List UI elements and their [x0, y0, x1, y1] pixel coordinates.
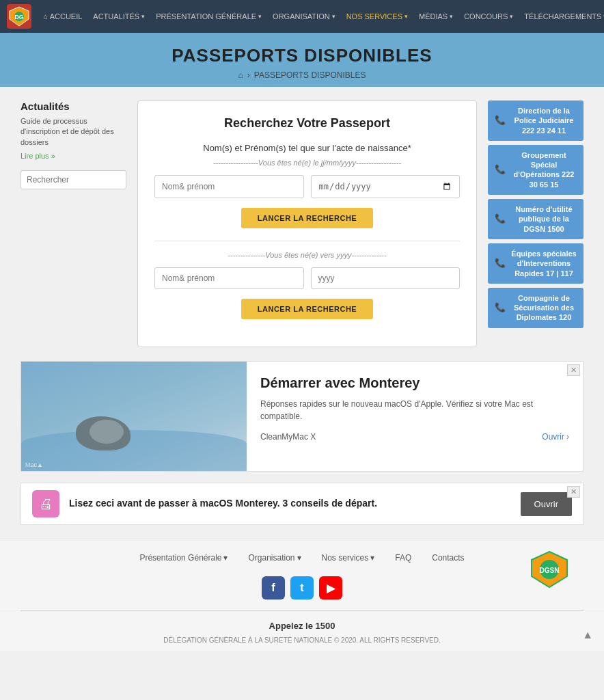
footer-nav-item-contacts[interactable]: Contacts: [432, 553, 464, 563]
page-title: PASSEPORTS DISPONIBLES: [0, 45, 604, 66]
chevron-down-icon: ▾: [450, 13, 453, 20]
footer-nav-item-nos-services[interactable]: Nos services▾: [322, 553, 375, 563]
scroll-to-top[interactable]: ▲: [582, 629, 593, 641]
actualites-text: Guide de processus d'inscription et de d…: [20, 116, 126, 148]
navbar-label: ACTUALITÉS: [93, 12, 139, 21]
page-header: PASSEPORTS DISPONIBLES ⌂ › PASSEPORTS DI…: [0, 33, 604, 87]
navbar-item-telechargements[interactable]: TÉLÉCHARGEMENTS▾: [519, 10, 604, 23]
chevron-down-icon: ▾: [223, 553, 228, 563]
right-sidebar: 📞Direction de la Police Judiciaire 222 2…: [488, 100, 584, 347]
form-row-1: [154, 175, 460, 198]
ad-open-chevron: ›: [566, 432, 569, 442]
social-youtube-icon[interactable]: ▶: [319, 576, 342, 600]
chevron-down-icon: ▾: [332, 13, 335, 20]
ad-open-label: Ouvrir: [542, 432, 564, 442]
footer-nav: Présentation Générale▾Organisation▾Nos s…: [0, 539, 604, 569]
chevron-down-icon: ▾: [404, 13, 408, 20]
navbar-item-presentation[interactable]: PRÉSENTATION GÉNÉRALE▾: [151, 10, 266, 23]
passport-search-form: Recherchez Votre Passeport Nom(s) et Pré…: [137, 100, 477, 347]
social-twitter-icon[interactable]: t: [290, 576, 314, 600]
ad-text: Démarrer avec Monterey Réponses rapides …: [247, 362, 583, 471]
social-row: ft▶: [0, 569, 604, 610]
form-divider: [154, 241, 460, 241]
contact-card-1[interactable]: 📞Groupement Spécial d'Opérations 222 30 …: [488, 145, 584, 195]
chevron-down-icon: ▾: [510, 13, 513, 20]
breadcrumb-separator: ›: [247, 70, 250, 80]
footer-call: Appelez le 1500: [0, 621, 604, 631]
navbar-label: CONCOURS: [464, 12, 508, 21]
contact-card-4[interactable]: 📞Compagnie de Sécurisation des Diplomate…: [488, 288, 584, 328]
name-input-1[interactable]: [154, 175, 304, 198]
footer-nav-label: FAQ: [395, 553, 411, 563]
breadcrumb-current: PASSEPORTS DISPONIBLES: [254, 70, 366, 80]
ad-brand: CleanMyMac X: [260, 432, 316, 442]
site-logo[interactable]: DG: [7, 4, 31, 29]
footer-nav-label: Contacts: [432, 553, 464, 563]
left-sidebar: Actualités Guide de processus d'inscript…: [20, 100, 126, 347]
navbar-item-organisation[interactable]: ORGANISATION▾: [268, 10, 340, 23]
bottom-banner-ad: ✕ 🖨 Lisez ceci avant de passer à macOS M…: [20, 483, 584, 525]
phone-icon: 📞: [495, 115, 506, 126]
bottom-banner-close[interactable]: ✕: [567, 486, 580, 498]
breadcrumb-home: ⌂: [238, 70, 243, 80]
navbar-item-medias[interactable]: MÉDIAS▾: [414, 10, 458, 23]
footer-bottom: Appelez le 1500 DÉLÉGATION GÉNÉRALE À LA…: [0, 611, 604, 651]
contact-card-2[interactable]: 📞Numéro d'utilité publique de la DGSN 15…: [488, 199, 584, 239]
chevron-down-icon: ▾: [297, 553, 301, 563]
svg-text:DGSN: DGSN: [540, 567, 560, 574]
search-button-2[interactable]: LANCER LA RECHERCHE: [241, 299, 373, 319]
navbar-item-concours[interactable]: CONCOURS▾: [459, 10, 518, 23]
navbar-label: TÉLÉCHARGEMENTS: [524, 12, 601, 21]
form-title: Recherchez Votre Passeport: [154, 116, 460, 131]
home-icon: ⌂: [43, 12, 48, 21]
ad-large: ✕ Mac▲ Démarrer avec Monterey Réponses r…: [20, 361, 584, 472]
navbar: DG ⌂ ACCUEILACTUALITÉS▾PRÉSENTATION GÉNÉ…: [0, 0, 604, 33]
footer-nav-label: Présentation Générale: [139, 553, 221, 563]
navbar-item-actualites[interactable]: ACTUALITÉS▾: [88, 10, 150, 23]
footer-logo: DGSN: [529, 549, 570, 590]
navbar-label: NOS SERVICES: [346, 12, 402, 21]
contact-card-3[interactable]: 📞Équipes spéciales d'Interventions Rapid…: [488, 243, 584, 284]
ad-open-button[interactable]: Ouvrir ›: [542, 432, 569, 442]
phone-icon: 📞: [495, 164, 506, 176]
navbar-label: ORGANISATION: [273, 12, 330, 21]
date-input-1[interactable]: [311, 175, 461, 198]
navbar-item-accueil[interactable]: ⌂ ACCUEIL: [38, 10, 87, 23]
ad-title: Démarrer avec Monterey: [260, 375, 569, 391]
svg-text:DG: DG: [14, 14, 24, 21]
footer-nav-label: Organisation: [248, 553, 294, 563]
banner-icon: 🖨: [32, 490, 59, 517]
lire-plus-link[interactable]: Lire plus »: [20, 152, 55, 160]
footer-copyright: DÉLÉGATION GÉNÉRALE À LA SURETÉ NATIONAL…: [0, 636, 604, 644]
contact-text: Compagnie de Sécurisation des Diplomates…: [510, 293, 578, 323]
contact-text: Équipes spéciales d'Interventions Rapide…: [510, 249, 578, 278]
year-input[interactable]: [311, 267, 461, 289]
ad-footer: CleanMyMac X Ouvrir ›: [260, 432, 569, 442]
navbar-label: MÉDIAS: [419, 12, 448, 21]
search-button-1[interactable]: LANCER LA RECHERCHE: [241, 208, 373, 228]
phone-icon: 📞: [495, 258, 506, 269]
contact-text: Numéro d'utilité publique de la DGSN 150…: [510, 204, 578, 234]
contact-text: Direction de la Police Judiciaire 222 23…: [510, 106, 578, 135]
name-input-2[interactable]: [154, 267, 304, 289]
search-input[interactable]: [20, 170, 126, 189]
navbar-items: ⌂ ACCUEILACTUALITÉS▾PRÉSENTATION GÉNÉRAL…: [38, 10, 604, 23]
footer-nav-label: Nos services: [322, 553, 369, 563]
ad-large-close[interactable]: ✕: [567, 364, 580, 376]
form-hint2: ---------------Vous êtes né(e) vers yyyy…: [154, 251, 460, 259]
contact-text: Groupement Spécial d'Opérations 222 30 6…: [510, 150, 578, 189]
phone-icon: 📞: [495, 302, 506, 314]
banner-text: Lisez ceci avant de passer à macOS Monte…: [69, 497, 511, 511]
ad-description: Réponses rapides sur le nouveau macOS d'…: [260, 398, 569, 422]
main-content: Actualités Guide de processus d'inscript…: [0, 87, 604, 361]
footer-nav-item-présentation-générale[interactable]: Présentation Générale▾: [139, 553, 228, 563]
social-facebook-icon[interactable]: f: [262, 576, 285, 600]
navbar-item-services[interactable]: NOS SERVICES▾: [342, 10, 413, 23]
banner-open-button[interactable]: Ouvrir: [521, 492, 572, 516]
footer-nav-item-faq[interactable]: FAQ: [395, 553, 411, 563]
form-hint1: ------------------Vous êtes né(e) le jj/…: [154, 159, 460, 167]
ad-image-label: Mac▲: [25, 461, 43, 468]
footer-nav-item-organisation[interactable]: Organisation▾: [248, 553, 301, 563]
contact-card-0[interactable]: 📞Direction de la Police Judiciaire 222 2…: [488, 100, 584, 141]
chevron-down-icon: ▾: [370, 553, 374, 563]
